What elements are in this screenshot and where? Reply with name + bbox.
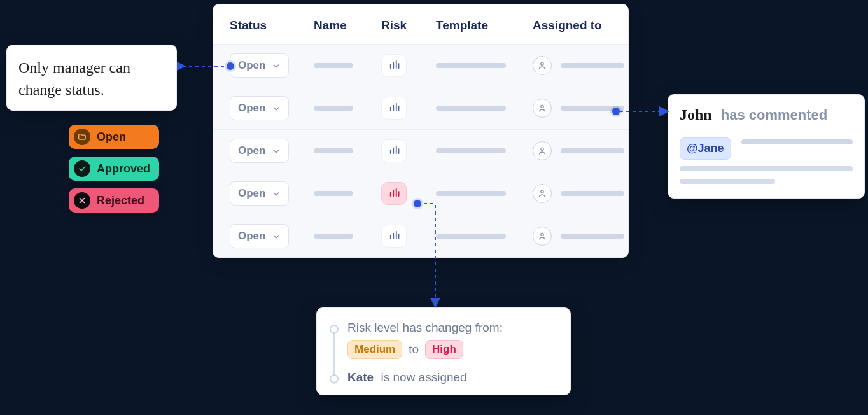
chip-label: Open <box>97 130 126 144</box>
col-header-risk: Risk <box>381 18 436 32</box>
placeholder-text <box>314 148 353 153</box>
annotation-note: Only manager can change status. <box>6 45 177 111</box>
status-dropdown-label: Open <box>238 102 265 115</box>
close-icon <box>74 192 90 209</box>
table-row: Open <box>213 87 628 129</box>
placeholder-text <box>436 106 506 111</box>
risk-pill-high: High <box>425 340 463 359</box>
timeline-item-assign: Kate is now assigned <box>347 370 557 384</box>
col-header-name: Name <box>314 18 381 32</box>
svg-point-4 <box>541 62 543 65</box>
table-card: Status Name Risk Template Assigned to Op… <box>213 4 629 258</box>
placeholder-text <box>314 234 353 239</box>
status-chip-open[interactable]: Open <box>69 125 159 149</box>
table-header-row: Status Name Risk Template Assigned to <box>213 4 628 44</box>
activity-card: Risk level has changeg from: Medium to H… <box>316 307 571 395</box>
comment-card: John has commented @Jane <box>668 94 865 199</box>
table-body: Open <box>213 44 628 257</box>
table-row: Open <box>213 215 628 257</box>
check-circle-icon <box>74 160 90 177</box>
chevron-down-icon <box>272 189 281 198</box>
status-dropdown-label: Open <box>238 144 265 157</box>
table-row: Open <box>213 129 628 172</box>
placeholder-text <box>436 148 506 153</box>
folder-icon <box>74 129 90 145</box>
status-chip-rejected[interactable]: Rejected <box>69 188 159 213</box>
status-dropdown-label: Open <box>238 230 265 243</box>
activity-risk-text: Risk level has changeg from: <box>347 321 503 334</box>
risk-badge-high <box>381 182 407 205</box>
placeholder-text <box>561 106 624 111</box>
table-row: Open <box>213 172 628 215</box>
status-dropdown[interactable]: Open <box>230 139 289 163</box>
comment-body-placeholder <box>680 166 853 184</box>
placeholder-text <box>680 179 775 184</box>
status-dropdown[interactable]: Open <box>230 181 289 206</box>
comment-verb: has commented <box>721 107 828 123</box>
placeholder-text <box>314 63 353 68</box>
placeholder-text <box>561 63 624 68</box>
activity-assign-rest: is now assigned <box>381 370 466 384</box>
chip-label: Approved <box>97 162 150 176</box>
timeline-dot-icon <box>330 325 339 334</box>
mention-chip[interactable]: @Jane <box>680 137 731 160</box>
placeholder-text <box>561 148 624 153</box>
placeholder-text <box>436 191 506 196</box>
svg-point-19 <box>541 190 543 193</box>
placeholder-text <box>741 139 853 144</box>
status-dropdown[interactable]: Open <box>230 224 289 248</box>
placeholder-text <box>436 234 506 239</box>
status-dropdown[interactable]: Open <box>230 53 289 78</box>
avatar-icon <box>533 56 552 75</box>
comment-author: John <box>680 106 712 123</box>
activity-assign-name: Kate <box>347 370 374 384</box>
avatar-icon <box>533 227 552 246</box>
chip-label: Rejected <box>97 194 144 208</box>
avatar-icon <box>533 184 552 203</box>
timeline-item-risk: Risk level has changeg from: Medium to H… <box>347 321 557 359</box>
bar-chart-icon <box>388 186 400 200</box>
chevron-down-icon <box>272 104 281 113</box>
status-dropdown[interactable]: Open <box>230 96 289 120</box>
col-header-template: Template <box>436 18 533 32</box>
risk-badge <box>381 97 407 120</box>
svg-point-24 <box>541 233 543 236</box>
placeholder-text <box>561 234 624 239</box>
placeholder-text <box>314 191 353 196</box>
svg-point-14 <box>541 148 543 150</box>
svg-point-9 <box>541 105 543 108</box>
status-dropdown-label: Open <box>238 187 265 200</box>
annotation-text: Only manager can change status. <box>18 59 130 98</box>
col-header-assigned: Assigned to <box>533 18 629 32</box>
chevron-down-icon <box>272 61 281 70</box>
table-row: Open <box>213 44 628 87</box>
activity-risk-sep: to <box>409 342 419 356</box>
status-chip-approved[interactable]: Approved <box>69 157 159 181</box>
risk-pill-medium: Medium <box>347 340 402 359</box>
risk-badge <box>381 225 407 248</box>
risk-badge <box>381 139 407 162</box>
status-dropdown-label: Open <box>238 59 265 72</box>
bar-chart-icon <box>388 59 400 73</box>
col-header-status: Status <box>230 18 314 32</box>
bar-chart-icon <box>388 101 400 115</box>
placeholder-text <box>680 166 853 171</box>
bar-chart-icon <box>388 144 400 158</box>
chevron-down-icon <box>272 146 281 155</box>
timeline-dot-icon <box>330 374 339 383</box>
avatar-icon <box>533 141 552 160</box>
placeholder-text <box>436 63 506 68</box>
timeline: Risk level has changeg from: Medium to H… <box>330 321 557 384</box>
comment-header: John has commented <box>680 106 853 123</box>
chevron-down-icon <box>272 232 281 241</box>
placeholder-text <box>314 106 353 111</box>
avatar-icon <box>533 99 552 118</box>
placeholder-text <box>561 191 624 196</box>
bar-chart-icon <box>388 229 400 243</box>
status-chip-stack: Open Approved Rejected <box>69 125 159 213</box>
risk-badge <box>381 54 407 77</box>
